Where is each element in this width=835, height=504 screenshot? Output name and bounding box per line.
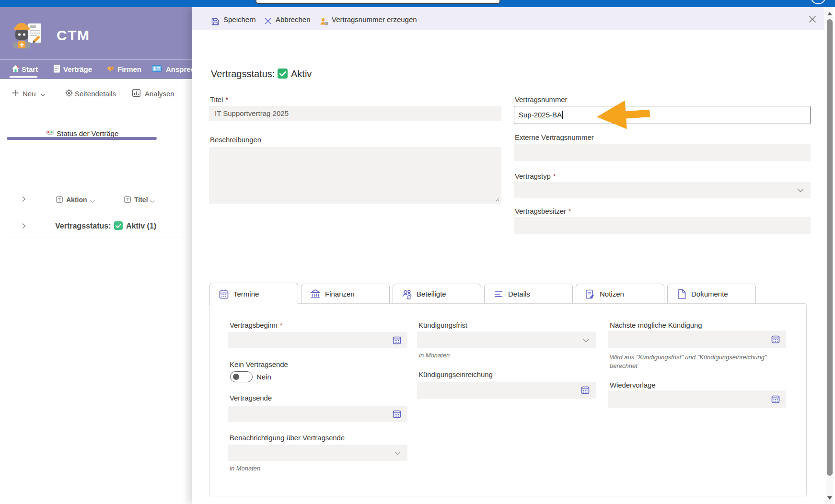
svg-text:T: T [126,197,128,202]
expand-chevron-icon[interactable] [22,223,26,229]
required-mark: * [553,172,556,180]
row-divider [7,238,190,238]
toolbar-analysen-button[interactable]: Analysen [145,90,174,98]
contract-form-panel: Speichern Abbrechen Vertragsnummer erzeu… [192,7,824,504]
chevron-down-icon[interactable] [90,199,95,204]
app-title: CTM [57,27,90,44]
vertragsnummer-label: Vertragsnummer [515,95,567,103]
column-header-titel[interactable]: Titel [134,196,148,204]
required-mark: * [225,95,228,103]
nav-item-vertraege[interactable]: Verträge [63,65,92,73]
toolbar-new-button[interactable]: Neu [23,90,36,98]
status-heading-label: Vertragsstatus: [211,69,275,80]
annotation-arrow [595,98,652,135]
externe-label: Externe Vertragsnummer [515,133,594,141]
beschreibungen-label: Beschreibungen [210,136,261,144]
details-lines-icon [493,288,504,300]
save-icon [211,18,219,25]
svg-text:T: T [58,197,60,202]
nav-active-underline [10,76,37,78]
tab-details[interactable]: Details [484,284,573,303]
tab-beteiligte[interactable]: Beteiligte [393,284,481,303]
status-pill-icon [46,130,54,135]
app-header: CTM [0,7,192,59]
text-column-icon: T [56,196,63,203]
vertragstyp-dropdown[interactable] [514,182,811,198]
generate-number-icon [320,17,328,26]
text-column-icon: T [124,196,131,203]
beschreibungen-textarea[interactable] [209,147,501,204]
handshake-icon [106,65,115,72]
cancel-button[interactable]: Abbrechen [276,15,311,23]
suite-top-bar [0,0,835,7]
vertragstyp-label: Vertragstyp [515,172,551,180]
panel-command-bar: Speichern Abbrechen Vertragsnummer erzeu… [192,7,824,30]
status-heading-value: Aktiv [291,69,312,80]
tab-termine[interactable]: Termine [209,283,298,305]
analytics-icon [132,89,140,97]
vertragsbesitzer-input[interactable] [514,217,811,234]
people-sync-icon [401,288,413,300]
chart-tab-label[interactable]: Status der Verträge [57,129,118,137]
scrollbar[interactable] [824,7,835,504]
avatar[interactable] [811,0,826,4]
cancel-icon [265,18,271,24]
titel-label: Titel [210,95,223,103]
vertragsbesitzer-label: Vertragsbesitzer [515,207,566,215]
contact-card-icon [152,65,162,72]
nav-item-start[interactable]: Start [22,65,38,73]
close-icon[interactable] [809,15,816,23]
chevron-down-icon [797,188,804,193]
text-cursor [562,111,563,119]
vertragsnummer-input[interactable]: Sup-2025-BA [514,106,811,124]
externe-input[interactable] [514,144,811,161]
bank-icon [310,288,321,300]
tab-finanzen[interactable]: Finanzen [301,284,390,303]
group-row-label[interactable]: Vertragsstatus: [55,222,111,230]
save-button[interactable]: Speichern [223,15,256,23]
titel-input[interactable]: IT Supportvertrag 2025 [209,106,501,121]
scroll-down-icon[interactable] [827,496,832,500]
add-icon [12,90,19,96]
chart-tab-underline [7,137,157,140]
main-nav: Start Verträge Firmen Ansprechpartner [0,59,192,79]
notes-icon [584,288,596,300]
generate-number-button[interactable]: Vertragsnummer erzeugen [332,15,417,23]
calendar-icon [218,288,230,300]
scroll-up-icon[interactable] [827,12,832,15]
document-icon [676,288,687,300]
scrollbar-thumb[interactable] [827,19,833,476]
nav-item-ansprechpartner[interactable]: Ansprechpartner [166,65,192,73]
resize-handle[interactable] [495,197,499,202]
contracts-icon [53,65,60,73]
chevron-down-icon[interactable] [150,199,155,204]
toolbar-pagedetails-button[interactable]: Seitendetails [75,90,116,98]
home-icon [12,65,20,73]
search-input[interactable] [255,0,500,4]
tab-notizen[interactable]: Notizen [576,284,664,303]
column-header-aktion[interactable]: Aktion [66,196,87,204]
app-logo [13,21,43,50]
required-mark: * [568,207,571,215]
status-checkbox-icon [114,221,123,230]
tab-content-panel [209,303,807,496]
status-checkbox-icon[interactable] [278,69,288,79]
sidebar: CTM Start Verträge Firmen An [0,7,192,504]
header-divider [7,211,190,211]
group-row-value[interactable]: Aktiv (1) [126,222,156,230]
nav-item-firmen[interactable]: Firmen [117,65,141,73]
expand-chevron-icon[interactable] [22,196,26,202]
tab-dokumente[interactable]: Dokumente [667,284,756,303]
gear-icon [65,89,73,97]
chevron-down-icon [40,92,46,98]
